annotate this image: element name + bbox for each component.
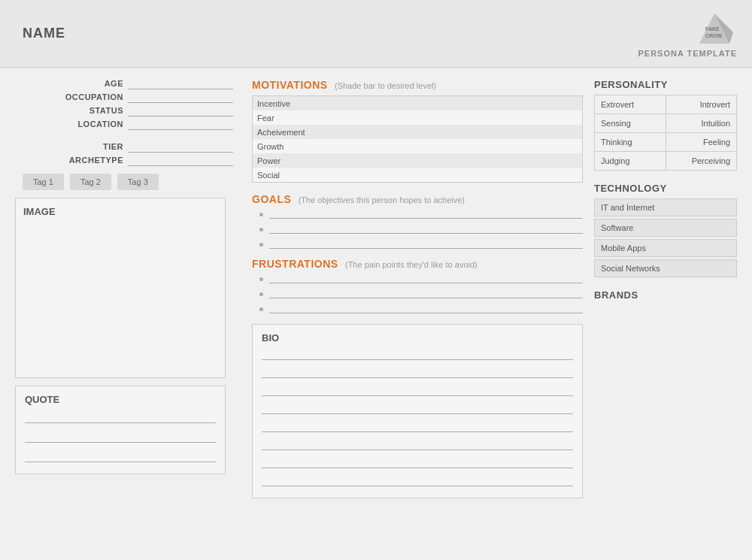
personality-grid: Extrovert Introvert Sensing Intuition Th… — [594, 95, 737, 171]
tag-button-3[interactable]: Tag 3 — [117, 174, 159, 190]
motivation-row-incentive: Incentive — [253, 96, 582, 110]
frustration-line-3 — [269, 304, 583, 313]
location-line — [128, 120, 233, 130]
header-name-label: NAME — [23, 26, 65, 41]
personality-section: PERSONALITY Extrovert Introvert Sensing … — [594, 79, 737, 171]
svg-text:FAKE: FAKE — [705, 26, 720, 32]
svg-text:CROW: CROW — [705, 33, 723, 38]
personality-sensing: Sensing — [595, 114, 666, 132]
motivations-header: MOTIVATIONS (Shade bar to desired level) — [252, 79, 583, 91]
goal-line-3 — [269, 240, 583, 249]
tech-item-3: Social Networks — [594, 259, 737, 277]
bio-line-3 — [262, 387, 573, 396]
personality-intuition: Intuition — [666, 114, 737, 132]
occupation-line — [128, 92, 233, 103]
personality-judging: Judging — [595, 152, 666, 170]
frustration-dot-3 — [259, 307, 263, 311]
bio-line-5 — [262, 423, 573, 432]
technology-section: TECHNOLOGY IT and Internet Software Mobi… — [594, 183, 737, 277]
tech-item-1: Software — [594, 219, 737, 237]
image-box: IMAGE — [15, 198, 226, 378]
status-label: STATUS — [15, 106, 128, 117]
motivation-bars: Incentive Fear Acheivement Growth Power … — [252, 95, 583, 183]
tier-label: TIER — [15, 142, 128, 153]
tag-button-2[interactable]: Tag 2 — [70, 174, 111, 190]
header: NAME FAKE CROW PERSONA TEMPLATE — [0, 0, 752, 68]
motivation-row-fear: Fear — [253, 110, 582, 125]
tech-item-2: Mobile Apps — [594, 239, 737, 257]
occupation-label: OCCUPATION — [15, 92, 128, 103]
technology-title: TECHNOLOGY — [594, 183, 737, 194]
frustration-line-2 — [269, 289, 583, 298]
brands-title: BRANDS — [594, 289, 737, 301]
frustrations-lines — [252, 274, 583, 313]
tag-buttons-group: Tag 1 Tag 2 Tag 3 — [15, 174, 241, 190]
personality-perceiving: Perceiving — [666, 152, 737, 170]
personality-introvert: Introvert — [666, 95, 737, 114]
quote-line-1 — [25, 414, 216, 423]
goal-item-1 — [259, 210, 583, 219]
quote-line-3 — [25, 453, 216, 462]
motivation-row-growth: Growth — [253, 139, 582, 153]
bio-box: BIO — [252, 324, 583, 498]
tag-button-1[interactable]: Tag 1 — [23, 174, 64, 190]
archetype-label: ARCHETYPE — [15, 156, 128, 166]
location-label: LOCATION — [15, 120, 128, 130]
frustration-dot-2 — [259, 292, 263, 296]
motivations-title: MOTIVATIONS — [252, 79, 328, 91]
tier-line — [128, 142, 233, 153]
motivation-row-power: Power — [253, 153, 582, 168]
bio-line-6 — [262, 441, 573, 450]
image-label: IMAGE — [23, 206, 56, 217]
goals-header: GOALS (The objectives this person hopes … — [252, 193, 583, 205]
frustration-dot-1 — [259, 277, 263, 281]
archetype-line — [128, 156, 233, 166]
info-grid: AGE OCCUPATION STATUS LOCATION TIER ARCH… — [15, 79, 241, 166]
quote-lines — [25, 414, 216, 462]
bio-line-7 — [262, 459, 573, 468]
personality-feeling: Feeling — [666, 133, 737, 151]
frustration-item-2 — [259, 289, 583, 298]
goal-dot-2 — [259, 228, 263, 232]
middle-column: MOTIVATIONS (Shade bar to desired level)… — [252, 79, 583, 498]
bio-line-2 — [262, 369, 573, 378]
bio-line-1 — [262, 351, 573, 360]
left-column: AGE OCCUPATION STATUS LOCATION TIER ARCH… — [15, 79, 241, 498]
age-label: AGE — [15, 79, 128, 89]
frustrations-subtitle: (The pain points they'd like to avoid) — [345, 260, 478, 269]
quote-box: QUOTE — [15, 386, 226, 474]
goal-line-2 — [269, 225, 583, 234]
motivation-row-social: Social — [253, 168, 582, 182]
bio-line-4 — [262, 405, 573, 414]
goal-item-2 — [259, 225, 583, 234]
personality-title: PERSONALITY — [594, 79, 737, 90]
status-line — [128, 106, 233, 117]
fake-crow-logo-icon: FAKE CROW — [692, 10, 737, 47]
frustrations-header: FRUSTRATIONS (The pain points they'd lik… — [252, 258, 583, 270]
frustration-line-1 — [269, 274, 583, 283]
quote-line-2 — [25, 434, 216, 443]
goals-section: GOALS (The objectives this person hopes … — [252, 193, 583, 249]
frustration-item-1 — [259, 274, 583, 283]
main-content: AGE OCCUPATION STATUS LOCATION TIER ARCH… — [0, 68, 752, 510]
motivations-subtitle: (Shade bar to desired level) — [335, 81, 436, 90]
quote-label: QUOTE — [25, 394, 216, 405]
goals-title: GOALS — [252, 193, 291, 205]
goal-line-1 — [269, 210, 583, 219]
persona-template-label: PERSONA TEMPLATE — [638, 49, 737, 58]
logo-area: FAKE CROW PERSONA TEMPLATE — [638, 10, 737, 58]
bio-label: BIO — [262, 332, 573, 344]
frustrations-section: FRUSTRATIONS (The pain points they'd lik… — [252, 258, 583, 313]
right-column: PERSONALITY Extrovert Introvert Sensing … — [594, 79, 737, 498]
goals-subtitle: (The objectives this person hopes to ach… — [299, 195, 465, 204]
brands-section: BRANDS — [594, 289, 737, 301]
goal-dot-3 — [259, 243, 263, 247]
bio-line-8 — [262, 477, 573, 486]
personality-extrovert: Extrovert — [595, 95, 666, 114]
personality-thinking: Thinking — [595, 133, 666, 151]
goal-item-3 — [259, 240, 583, 249]
bio-lines — [262, 351, 573, 486]
motivation-row-acheivement: Acheivement — [253, 125, 582, 139]
goal-dot-1 — [259, 213, 263, 216]
age-line — [128, 79, 233, 89]
